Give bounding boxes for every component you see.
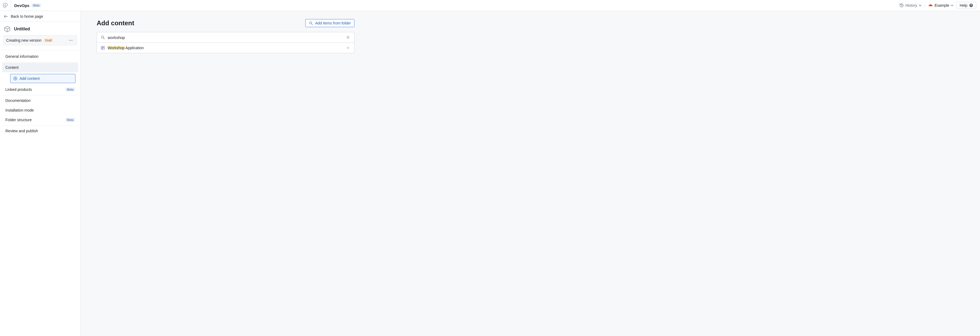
search-icon bbox=[101, 35, 105, 40]
nav-separator bbox=[2, 62, 78, 62]
sidebar: Back to home page Untitled Creating new … bbox=[0, 11, 81, 336]
nav-installation[interactable]: Installation mode bbox=[2, 106, 78, 115]
clear-search-button[interactable] bbox=[345, 35, 350, 40]
version-row[interactable]: Creating new version Draft bbox=[3, 35, 77, 45]
svg-point-3 bbox=[971, 6, 971, 6]
devops-icon bbox=[3, 3, 8, 8]
help-icon bbox=[969, 3, 973, 8]
plus-icon bbox=[346, 46, 350, 50]
plus-circle-icon bbox=[13, 76, 18, 81]
nav-separator bbox=[2, 125, 78, 126]
result-row[interactable]: Workshop Application bbox=[97, 43, 354, 53]
main-inner: Add content Add items from folder bbox=[97, 19, 355, 53]
folder-button-label: Add items from folder bbox=[315, 21, 351, 25]
nav-label: Content bbox=[5, 65, 19, 70]
add-content-label: Add content bbox=[20, 76, 40, 81]
topbar-left: DevOps Beta bbox=[0, 0, 41, 11]
hardhat-icon bbox=[928, 3, 933, 8]
nav-review[interactable]: Review and publish bbox=[2, 126, 78, 136]
history-label: History bbox=[905, 3, 917, 8]
account-label: Example bbox=[935, 3, 949, 8]
package-icon bbox=[4, 26, 11, 32]
app-title: DevOps bbox=[14, 3, 30, 8]
result-match: Workshop bbox=[108, 46, 124, 50]
chevron-down-icon bbox=[951, 4, 953, 7]
nav-label: Documentation bbox=[5, 98, 30, 103]
product-header: Untitled bbox=[0, 22, 80, 35]
topbar: DevOps Beta History bbox=[0, 0, 980, 11]
nav-add-content-button[interactable]: Add content bbox=[10, 74, 75, 83]
close-icon bbox=[346, 35, 350, 39]
version-label: Creating new version bbox=[6, 38, 41, 42]
more-horizontal-icon bbox=[69, 38, 73, 42]
body: Back to home page Untitled Creating new … bbox=[0, 11, 980, 336]
nav-folder-structure[interactable]: Folder structure Beta bbox=[2, 115, 78, 125]
result-label: Workshop Application bbox=[108, 46, 144, 50]
main-header: Add content Add items from folder bbox=[97, 19, 355, 27]
svg-point-4 bbox=[69, 40, 70, 41]
nav-list: General information Content Add content … bbox=[0, 51, 80, 137]
svg-rect-1 bbox=[930, 4, 931, 5]
help-button[interactable]: Help bbox=[957, 2, 976, 9]
back-link[interactable]: Back to home page bbox=[0, 11, 80, 22]
product-title: Untitled bbox=[14, 27, 30, 32]
search-box bbox=[97, 32, 355, 43]
nav-documentation[interactable]: Documentation bbox=[2, 96, 78, 106]
nav-label: General information bbox=[5, 54, 38, 59]
nav-general[interactable]: General information bbox=[2, 51, 78, 61]
main: Add content Add items from folder bbox=[81, 11, 980, 336]
nav-content[interactable]: Content bbox=[2, 62, 78, 72]
nav-linked-products[interactable]: Linked products Beta bbox=[2, 85, 78, 94]
history-dropdown[interactable]: History bbox=[899, 3, 921, 8]
back-label: Back to home page bbox=[11, 14, 43, 19]
search-input[interactable] bbox=[108, 35, 343, 40]
svg-rect-0 bbox=[928, 6, 932, 6]
result-rest: Application bbox=[124, 46, 144, 50]
svg-rect-12 bbox=[102, 48, 104, 48]
svg-rect-11 bbox=[102, 47, 104, 47]
svg-point-9 bbox=[102, 36, 103, 38]
beta-badge: Beta bbox=[32, 3, 41, 7]
nav-label: Linked products bbox=[5, 87, 32, 92]
chevron-down-icon bbox=[919, 4, 921, 7]
draft-badge: Draft bbox=[44, 38, 53, 42]
search-results: Workshop Application bbox=[97, 43, 355, 53]
svg-rect-13 bbox=[102, 48, 103, 49]
arrow-left-icon bbox=[4, 14, 8, 19]
svg-point-6 bbox=[72, 40, 72, 41]
search-icon bbox=[309, 21, 313, 25]
nav-separator bbox=[2, 95, 78, 95]
beta-badge: Beta bbox=[65, 88, 75, 91]
account-dropdown[interactable]: Example bbox=[928, 3, 953, 8]
topbar-right: History Example Help bbox=[899, 2, 980, 9]
page-title: Add content bbox=[97, 19, 134, 27]
result-add-button[interactable] bbox=[345, 45, 350, 50]
nav-label: Review and publish bbox=[5, 129, 38, 133]
app-logo[interactable] bbox=[0, 0, 11, 11]
add-from-folder-button[interactable]: Add items from folder bbox=[305, 19, 355, 27]
workshop-app-icon bbox=[101, 46, 105, 50]
beta-badge: Beta bbox=[65, 118, 75, 122]
svg-point-8 bbox=[310, 22, 312, 24]
version-menu-button[interactable] bbox=[68, 38, 74, 43]
svg-point-5 bbox=[71, 40, 71, 41]
history-icon bbox=[899, 3, 904, 8]
nav-label: Folder structure bbox=[5, 118, 32, 122]
help-label: Help bbox=[959, 3, 967, 8]
nav-label: Installation mode bbox=[5, 108, 34, 112]
